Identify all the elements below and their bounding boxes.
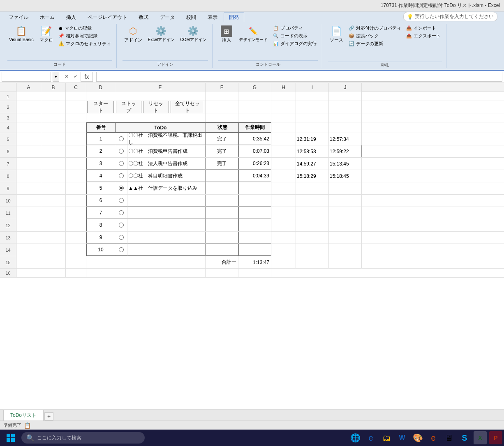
taskbar-paint-icon[interactable]: 🎨: [411, 431, 424, 444]
header-number[interactable]: 番号: [86, 122, 115, 133]
insert-function-button[interactable]: fx: [81, 72, 93, 82]
cell-b12[interactable]: [41, 219, 66, 231]
com-addin-button[interactable]: ⚙️ COMアドイン: [178, 25, 208, 44]
cell-c1[interactable]: [66, 92, 86, 101]
cell-h2[interactable]: [271, 101, 296, 113]
cell-total-time[interactable]: 1:13:47: [238, 256, 271, 268]
run-dialog-button[interactable]: 📊 ダイアログの実行: [272, 40, 318, 47]
cell-radio-14[interactable]: [115, 244, 127, 256]
cell-time-13[interactable]: [238, 232, 271, 244]
cell-c4[interactable]: [66, 122, 86, 133]
col-header-g[interactable]: G: [238, 83, 271, 92]
cell-h14[interactable]: [271, 244, 296, 256]
cell-j3[interactable]: [329, 113, 362, 122]
cell-h1[interactable]: [271, 92, 296, 101]
cell-h6[interactable]: [271, 145, 296, 157]
cell-num-9[interactable]: 5: [86, 182, 115, 194]
cell-a9[interactable]: [16, 182, 41, 194]
cell-j6[interactable]: 12:59:22: [329, 145, 362, 157]
cell-todo-7[interactable]: 〇〇社 法人税申告書作成: [127, 158, 206, 170]
cell-todo-8[interactable]: 〇〇社 科目明細書作成: [127, 170, 206, 182]
cell-j10[interactable]: [329, 195, 362, 207]
cell-status-10[interactable]: [206, 195, 238, 207]
cell-h4[interactable]: [271, 122, 296, 133]
taskbar-browser-icon[interactable]: e: [427, 431, 440, 444]
cell-h10[interactable]: [271, 195, 296, 207]
cell-h8[interactable]: [271, 170, 296, 182]
cell-i4[interactable]: [296, 122, 329, 133]
cell-time-6[interactable]: 0:07:03: [238, 145, 271, 157]
cell-b14[interactable]: [41, 244, 66, 256]
cell-radio-6[interactable]: [115, 145, 127, 157]
insert-control-button[interactable]: ⊞ 挿入: [218, 25, 235, 44]
cell-status-13[interactable]: [206, 232, 238, 244]
col-header-a[interactable]: A: [16, 83, 41, 92]
cell-c9[interactable]: [66, 182, 86, 194]
taskbar-pc-icon[interactable]: 🖥: [442, 431, 455, 444]
taskbar-ie-icon[interactable]: e: [364, 431, 377, 444]
cell-a6[interactable]: [16, 145, 41, 157]
cell-a14[interactable]: [16, 244, 41, 256]
cell-b13[interactable]: [41, 232, 66, 244]
cell-a2[interactable]: [16, 101, 41, 113]
radio-12[interactable]: [119, 223, 124, 228]
cell-status-11[interactable]: [206, 207, 238, 219]
cell-i13[interactable]: [296, 232, 329, 244]
col-header-i[interactable]: I: [296, 83, 329, 92]
view-code-button[interactable]: 🔍 コードの表示: [272, 32, 318, 39]
cell-d1[interactable]: [86, 92, 115, 101]
cell-i9[interactable]: [296, 182, 329, 194]
taskbar-word-icon[interactable]: W: [395, 431, 409, 444]
cell-i11[interactable]: [296, 207, 329, 219]
cell-c12[interactable]: [66, 219, 86, 231]
header-todo[interactable]: ToDo: [115, 122, 206, 133]
cell-a15[interactable]: [16, 256, 41, 268]
cell-f3[interactable]: [206, 113, 238, 122]
cell-h5[interactable]: [271, 133, 296, 145]
taskbar-explorer-icon[interactable]: 🗂: [380, 431, 393, 444]
cell-i6[interactable]: 12:58:53: [296, 145, 329, 157]
cell-todo-11[interactable]: [127, 207, 206, 219]
taskbar-search-input[interactable]: [37, 435, 140, 441]
radio-6[interactable]: [119, 149, 124, 154]
cell-total-label[interactable]: 合計ー: [206, 256, 238, 268]
start-button[interactable]: スタート: [87, 101, 114, 113]
cell-h9[interactable]: [271, 182, 296, 194]
cell-b8[interactable]: [41, 170, 66, 182]
start-menu-button[interactable]: [2, 431, 20, 444]
cell-j2[interactable]: [329, 101, 362, 113]
import-button[interactable]: 📥 インポート: [405, 25, 442, 32]
cell-time-14[interactable]: [238, 244, 271, 256]
cell-i12[interactable]: [296, 219, 329, 231]
tab-home[interactable]: ホーム: [35, 12, 60, 22]
cell-c16[interactable]: [66, 269, 86, 277]
cell-num-13[interactable]: 9: [86, 232, 115, 244]
cell-a4[interactable]: [16, 122, 41, 133]
header-status[interactable]: 状態: [206, 122, 238, 133]
cell-status-8[interactable]: [206, 170, 238, 182]
cell-e15[interactable]: [115, 256, 206, 268]
cell-todo-9[interactable]: ▲▲社 仕訳データを取り込み: [127, 182, 206, 194]
source-button[interactable]: 📄 ソース: [328, 25, 345, 44]
cell-c5[interactable]: [66, 133, 86, 145]
cell-c3[interactable]: [66, 113, 86, 122]
cell-c2[interactable]: [66, 101, 86, 113]
cell-h3[interactable]: [271, 113, 296, 122]
radio-13[interactable]: [119, 235, 124, 240]
cell-j13[interactable]: [329, 232, 362, 244]
cell-f16[interactable]: [206, 269, 238, 277]
cell-num-5[interactable]: 1: [86, 133, 115, 145]
col-header-h[interactable]: H: [271, 83, 296, 92]
cell-b5[interactable]: [41, 133, 66, 145]
cell-j11[interactable]: [329, 207, 362, 219]
visual-basic-button[interactable]: 📋 Visual Basic: [7, 25, 35, 43]
cell-f2[interactable]: [206, 101, 238, 113]
cell-i14[interactable]: [296, 244, 329, 256]
cell-e2[interactable]: ストップ リセット 全てリセット: [115, 101, 206, 113]
cell-todo-10[interactable]: [127, 195, 206, 207]
cell-a13[interactable]: [16, 232, 41, 244]
cell-j14[interactable]: [329, 244, 362, 256]
header-worktime[interactable]: 作業時間: [238, 122, 271, 133]
col-header-e[interactable]: E: [115, 83, 206, 92]
cell-d2[interactable]: スタート: [86, 101, 115, 113]
